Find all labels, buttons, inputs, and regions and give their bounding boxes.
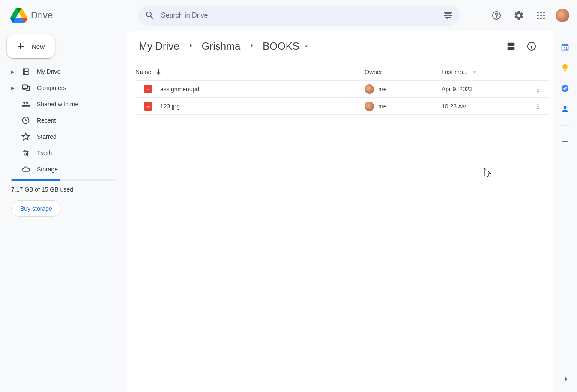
hide-side-panel-button[interactable] [562,375,570,385]
calendar-addon[interactable]: 31 [561,43,569,51]
sidebar-item-label: Shared with me [37,101,78,108]
search-bar[interactable] [138,5,460,26]
file-modified: 10:28 AM [442,103,527,110]
col-modified[interactable]: Last mo... [442,69,527,75]
new-button[interactable]: New [7,34,55,58]
file-name: assignment.pdf [160,86,201,93]
breadcrumb: My Drive Grishma BOOKS [135,38,549,55]
breadcrumb-my-drive[interactable]: My Drive [135,39,183,54]
trash-icon [21,149,30,157]
sort-down-icon [155,68,162,76]
sidebar-item-label: Computers [37,84,66,91]
owner-avatar [365,84,374,94]
tasks-addon[interactable] [561,84,569,93]
sidebar-item-label: Storage [37,166,58,173]
grid-view-icon [506,42,516,51]
file-name: 123.jpg [160,103,180,110]
sidebar-item-shared[interactable]: Shared with me [3,96,123,112]
sidebar-item-recent[interactable]: Recent [3,112,123,129]
sidebar-item-starred[interactable]: Starred [3,129,123,145]
svg-text:PDF: PDF [146,88,150,90]
my-drive-icon [21,67,30,76]
svg-point-0 [445,12,447,14]
apps-grid-icon [536,10,546,21]
view-details-button[interactable] [523,38,540,55]
plus-icon [561,138,569,146]
more-vert-icon [534,85,542,93]
svg-rect-25 [562,44,568,46]
sidebar-item-label: My Drive [37,68,60,75]
new-button-label: New [32,43,45,50]
svg-point-23 [538,108,539,109]
help-icon [491,10,502,21]
breadcrumb-books[interactable]: BOOKS [259,39,313,54]
sidebar-item-my-drive[interactable]: ▶ My Drive [3,63,123,80]
svg-point-19 [538,88,539,90]
more-actions-button[interactable] [527,102,549,110]
dropdown-icon [303,43,310,50]
chevron-right-icon [562,375,570,383]
star-icon [21,132,30,141]
support-button[interactable] [488,7,505,24]
svg-point-10 [540,18,542,19]
svg-point-1 [449,15,451,16]
file-modified: Apr 9, 2023 [442,86,527,93]
svg-rect-14 [23,85,28,88]
svg-point-18 [538,86,539,87]
search-icon [145,10,155,21]
side-panel: 31 [553,31,577,392]
table-row[interactable]: PDF assignment.pdf me Apr 9, 2023 [135,81,549,98]
keep-icon [561,63,569,72]
expand-icon[interactable]: ▶ [11,69,15,74]
sidebar-item-trash[interactable]: Trash [3,145,123,161]
search-options-icon[interactable] [443,10,453,21]
calendar-icon: 31 [561,43,569,51]
sidebar-item-storage[interactable]: Storage [3,161,123,177]
search-input[interactable] [161,12,437,19]
sidebar-item-label: Starred [37,133,57,140]
apps-button[interactable] [532,7,550,24]
col-owner[interactable]: Owner [365,69,442,75]
svg-point-9 [537,18,539,19]
recent-icon [21,116,30,125]
contacts-icon [561,105,569,113]
svg-point-21 [538,103,539,105]
more-vert-icon [534,102,542,110]
plus-icon [15,41,26,51]
breadcrumb-label: BOOKS [263,40,299,52]
file-owner: me [378,103,386,110]
svg-point-12 [24,69,25,70]
computers-icon [21,84,30,92]
svg-point-8 [543,15,545,16]
file-owner: me [378,86,386,93]
keep-addon[interactable] [561,63,569,72]
sidebar-item-computers[interactable]: ▶ Computers [3,80,123,96]
image-file-icon [144,102,152,111]
cloud-icon [21,165,30,174]
svg-point-22 [538,105,539,107]
svg-point-7 [540,15,542,16]
svg-point-4 [540,12,542,13]
sidebar-item-label: Recent [37,117,56,124]
app-name: Drive [31,10,53,21]
svg-point-13 [24,73,25,74]
expand-icon[interactable]: ▶ [11,86,15,90]
layout-toggle-button[interactable] [502,38,520,55]
contacts-addon[interactable] [561,105,569,113]
breadcrumb-grishma[interactable]: Grishma [198,39,244,54]
info-icon [527,42,536,51]
get-addons-button[interactable] [561,138,569,146]
sidebar: New ▶ My Drive ▶ Computers Shared with m… [0,31,127,392]
pdf-file-icon: PDF [144,85,152,93]
svg-point-20 [538,90,539,92]
drive-logo[interactable]: Drive [7,7,131,24]
account-avatar[interactable] [555,8,570,23]
buy-storage-button[interactable]: Buy storage [11,200,61,217]
table-row[interactable]: 123.jpg me 10:28 AM [135,98,549,115]
more-actions-button[interactable] [527,85,549,93]
gear-icon [514,10,524,21]
settings-button[interactable] [510,7,527,24]
col-name[interactable]: Name [135,68,365,76]
file-table: Name Owner Last mo... PDF [135,63,549,115]
svg-point-2 [446,17,448,19]
